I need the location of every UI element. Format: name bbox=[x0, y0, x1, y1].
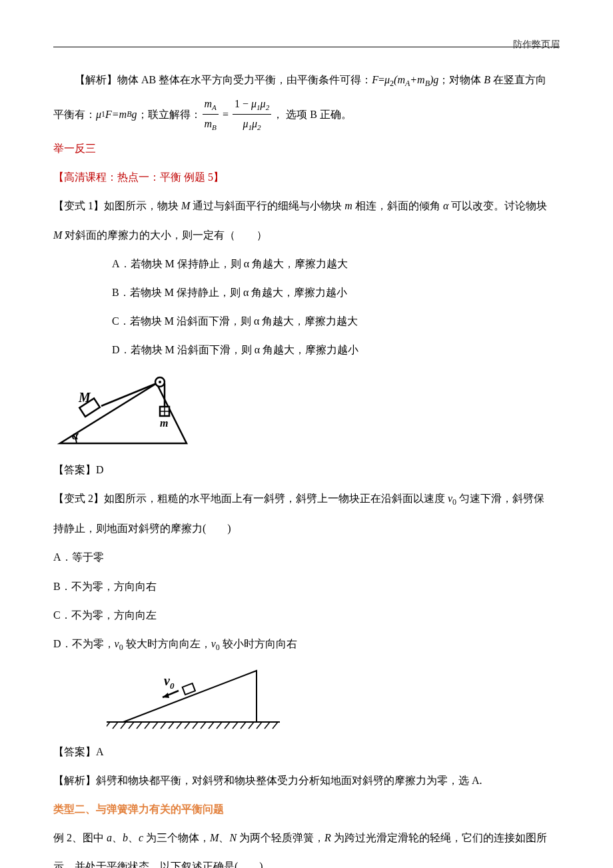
var-R: R bbox=[324, 832, 331, 843]
variant2-line2: 持静止，则地面对斜劈的摩擦力( ) bbox=[53, 519, 560, 537]
svg-line-23 bbox=[209, 722, 214, 729]
option-c: C．若物块 M 沿斜面下滑，则 α 角越大，摩擦力越大 bbox=[112, 312, 560, 330]
svg-line-22 bbox=[201, 722, 206, 729]
answer-1: 【答案】D bbox=[53, 461, 560, 479]
explanation-2: 【解析】斜劈和物块都平衡，对斜劈和物块整体受力分析知地面对斜劈的摩擦力为零，选 … bbox=[53, 771, 560, 789]
section-type2-title: 类型二、与弹簧弹力有关的平衡问题 bbox=[53, 800, 560, 818]
mu: μ bbox=[261, 98, 266, 109]
svg-line-29 bbox=[257, 722, 262, 729]
sep: 、 bbox=[219, 832, 229, 843]
fraction-left: mA mB bbox=[203, 95, 219, 134]
svg-line-13 bbox=[129, 722, 134, 729]
svg-line-15 bbox=[145, 722, 150, 729]
option-c2: C．不为零，方向向左 bbox=[53, 606, 560, 624]
var-M: M bbox=[210, 832, 219, 843]
example-label: 例 2、 bbox=[53, 832, 83, 843]
mu: μ bbox=[251, 98, 257, 109]
sep: 、 bbox=[128, 832, 139, 843]
variant-label: 【变式 1】 bbox=[53, 200, 104, 211]
svg-line-20 bbox=[185, 722, 190, 729]
var-v: v bbox=[115, 638, 119, 649]
svg-line-11 bbox=[113, 722, 118, 729]
text: 【解析】物体 AB 整体在水平方向受力平衡，由平衡条件可得： bbox=[75, 74, 372, 85]
variant2-line1: 【变式 2】如图所示，粗糙的水平地面上有一斜劈，斜劈上一物块正在沿斜面以速度 v… bbox=[53, 489, 560, 509]
figure-incline-pulley: M m α bbox=[53, 370, 560, 450]
num: m bbox=[205, 98, 213, 109]
solution-para-1: 【解析】物体 AB 整体在水平方向受力平衡，由平衡条件可得：F=μ2(mA+mB… bbox=[53, 71, 560, 91]
variant1-line2: M 对斜面的摩擦力的大小，则一定有（ ） bbox=[53, 226, 560, 244]
var-M: M bbox=[181, 200, 190, 211]
incline-pulley-svg: M m α bbox=[53, 370, 200, 450]
g: g bbox=[132, 105, 137, 123]
text: 图中 bbox=[83, 832, 107, 843]
text: 在竖直方向 bbox=[490, 74, 546, 85]
var-B: B bbox=[484, 74, 490, 85]
answer-2: 【答案】A bbox=[53, 743, 560, 761]
var-N: N bbox=[229, 832, 237, 843]
text: 如图所示，粗糙的水平地面上有一斜劈，斜劈上一物块正在沿斜面以速度 bbox=[104, 493, 448, 504]
section-inference-title: 举一反三 bbox=[53, 139, 560, 157]
label-alpha: α bbox=[72, 429, 79, 442]
var-v: v bbox=[211, 638, 216, 649]
example2-line1: 例 2、图中 a、b、c 为三个物体，M、N 为两个轻质弹簧，R 为跨过光滑定滑… bbox=[53, 829, 560, 847]
svg-line-25 bbox=[225, 722, 230, 729]
var-M: M bbox=[53, 229, 62, 241]
text: 为两个轻质弹簧， bbox=[237, 832, 324, 843]
fraction-right: 1 − μ1μ2 μ1μ2 bbox=[233, 95, 271, 134]
text: ；对物体 bbox=[438, 74, 484, 85]
label-M: M bbox=[78, 390, 91, 405]
sub: B bbox=[127, 107, 131, 121]
svg-line-10 bbox=[107, 722, 110, 729]
equals: = bbox=[223, 105, 229, 123]
course-subtitle: 【高清课程：热点一：平衡 例题 5】 bbox=[53, 168, 560, 186]
var-mu: μ bbox=[384, 74, 390, 85]
text: 通过与斜面平行的细绳与小物块 bbox=[190, 200, 344, 211]
option-d: D．若物块 M 沿斜面下滑，则 α 角越大，摩擦力越小 bbox=[112, 341, 560, 359]
option-b2: B．不为零，方向向右 bbox=[53, 577, 560, 595]
content-area: 【解析】物体 AB 整体在水平方向受力平衡，由平衡条件可得：F=μ2(mA+mB… bbox=[53, 71, 560, 868]
eq: F=m bbox=[105, 105, 127, 123]
svg-line-31 bbox=[273, 722, 278, 729]
text: 匀速下滑，斜劈保 bbox=[456, 493, 544, 504]
text: )g bbox=[430, 74, 438, 85]
example2-line2: 示，并处于平衡状态。以下叙述正确是( ) bbox=[53, 857, 560, 868]
text: (m bbox=[394, 74, 405, 85]
option-a: A．若物块 M 保持静止，则 α 角越大，摩擦力越大 bbox=[112, 255, 560, 273]
svg-line-18 bbox=[169, 722, 174, 729]
header-watermark: 防作弊页眉 bbox=[513, 37, 560, 53]
figure-wedge: v0 bbox=[107, 665, 560, 732]
svg-line-24 bbox=[217, 722, 222, 729]
variant1-line1: 【变式 1】如图所示，物块 M 通过与斜面平行的细绳与小物块 m 相连，斜面的倾… bbox=[53, 197, 560, 215]
sub: A bbox=[212, 103, 217, 111]
svg-point-4 bbox=[159, 381, 161, 383]
sep: 、 bbox=[112, 832, 123, 843]
svg-line-16 bbox=[153, 722, 158, 729]
svg-line-19 bbox=[177, 722, 182, 729]
text: 平衡有： bbox=[53, 105, 96, 123]
svg-line-30 bbox=[265, 722, 270, 729]
svg-line-28 bbox=[249, 722, 254, 729]
svg-rect-33 bbox=[183, 683, 195, 695]
svg-line-26 bbox=[233, 722, 238, 729]
svg-line-12 bbox=[121, 722, 126, 729]
svg-line-2 bbox=[101, 383, 157, 406]
text: 较大时方向向左， bbox=[123, 638, 211, 649]
label-v0: v0 bbox=[164, 673, 175, 691]
var-b: b bbox=[123, 832, 128, 843]
var-m: m bbox=[344, 200, 352, 211]
sub: 2 bbox=[257, 123, 261, 131]
text: +m bbox=[410, 74, 424, 85]
svg-line-14 bbox=[137, 722, 142, 729]
sub: B bbox=[425, 79, 430, 88]
svg-marker-32 bbox=[123, 671, 257, 722]
var-mu: μ bbox=[96, 105, 101, 123]
label-m: m bbox=[160, 417, 168, 429]
var-a: a bbox=[107, 832, 112, 843]
text: D．不为零， bbox=[53, 638, 115, 649]
text: 相连，斜面的倾角 bbox=[352, 200, 443, 211]
den: m bbox=[205, 118, 213, 129]
text: ；联立解得： bbox=[137, 105, 201, 123]
variant-label: 【变式 2】 bbox=[53, 493, 104, 504]
option-a2: A．等于零 bbox=[53, 548, 560, 566]
text: 可以改变。讨论物块 bbox=[448, 200, 547, 211]
